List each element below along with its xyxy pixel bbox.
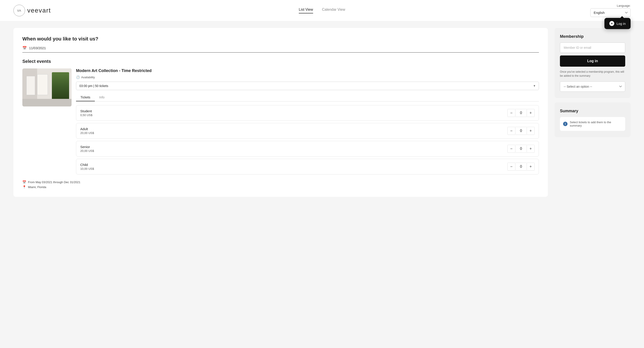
event-title: Modern Art Collection - Time Restricted [76,68,539,73]
ticket-info-student: Student 0,50 US$ [80,109,92,117]
login-button[interactable]: Log in [560,56,625,67]
ticket-row: Senior 20,00 US$ − 0 + [76,141,539,156]
clock-icon: 🕐 [76,75,80,79]
ticket-price-senior: 20,00 US$ [80,149,94,152]
language-section: Language: English Spanish French German [590,4,630,17]
event-date-range-row: 📅 From May 03/2021 through Dec 31/2021 [22,180,539,184]
logo-area: VA veevart [14,5,51,16]
ticket-counter-child: − 0 + [507,162,535,171]
decrement-senior-button[interactable]: − [507,145,516,153]
language-select[interactable]: English Spanish French German [590,8,630,17]
ticket-row: Adult 20,00 US$ − 0 + [76,123,539,139]
ticket-type-senior: Senior [80,145,94,149]
main-content: When would you like to visit us? 📅 11/03… [0,21,644,204]
summary-empty: i Select tickets to add them to the summ… [560,117,625,131]
ticket-price-student: 0,50 US$ [80,114,92,117]
decrement-student-button[interactable]: − [507,109,516,117]
availability-row: 🕐 Availability [76,75,539,79]
availability-label: Availability [81,76,95,79]
ticket-type-child: Child [80,163,94,166]
time-select[interactable]: 03:00 pm | 50 tickets 04:00 pm | 30 tick… [76,82,539,90]
membership-note: Once you've selected a membership progra… [560,70,625,78]
event-card: Modern Art Collection - Time Restricted … [22,68,539,177]
decrement-child-button[interactable]: − [507,162,516,171]
event-date-range: From May 03/2021 through Dec 31/2021 [28,180,80,184]
sub-tabs: Tickets Info [76,94,539,102]
event-location: Miami, Florida [28,186,46,189]
event-image [22,68,72,106]
tab-calendar-view[interactable]: Calendar View [322,8,345,14]
date-field: 📅 11/03/2021 [22,46,539,50]
info-icon: i [563,122,568,126]
ticket-price-child: 10,00 US$ [80,167,94,170]
tab-list-view[interactable]: List View [299,8,313,14]
login-tooltip-text: Log in [616,22,626,26]
event-meta: 📅 From May 03/2021 through Dec 31/2021 📍… [22,180,539,189]
tab-tickets[interactable]: Tickets [76,94,95,101]
time-select-wrapper: 03:00 pm | 50 tickets 04:00 pm | 30 tick… [76,82,539,90]
left-panel: When would you like to visit us? 📅 11/03… [14,28,548,197]
close-tooltip-button[interactable]: × [609,21,614,26]
ticket-info-adult: Adult 20,00 US$ [80,127,94,135]
ticket-type-adult: Adult [80,127,94,131]
increment-senior-button[interactable]: + [526,145,535,153]
visit-title: When would you like to visit us? [22,36,539,42]
tab-info[interactable]: Info [95,94,109,101]
counter-value-senior: 0 [516,145,526,153]
counter-value-adult: 0 [516,127,526,135]
event-location-row: 📍 Miami, Florida [22,185,539,189]
member-id-input[interactable] [560,42,625,53]
event-details: Modern Art Collection - Time Restricted … [76,68,539,177]
membership-title: Membership [560,34,625,39]
language-label: Language: [617,4,630,8]
ticket-type-student: Student [80,109,92,113]
date-underline [22,52,539,52]
ticket-info-child: Child 10,00 US$ [80,163,94,170]
ticket-price-adult: 20,00 US$ [80,131,94,135]
increment-adult-button[interactable]: + [526,127,535,135]
counter-value-student: 0 [516,109,526,117]
ticket-counter-senior: − 0 + [507,145,535,153]
ticket-info-senior: Senior 20,00 US$ [80,145,94,152]
decrement-adult-button[interactable]: − [507,127,516,135]
ticket-row: Student 0,50 US$ − 0 + [76,105,539,121]
logo-icon: VA [14,5,25,16]
select-events-title: Select events [22,59,539,64]
login-tooltip: × Log in [604,18,630,29]
summary-empty-message: Select tickets to add them to the summar… [570,120,622,127]
summary-section: Summary i Select tickets to add them to … [554,102,630,137]
calendar-range-icon: 📅 [22,180,26,184]
ticket-counter-student: − 0 + [507,109,535,117]
location-icon: 📍 [22,185,26,189]
summary-title: Summary [560,109,625,114]
ticket-counter-adult: − 0 + [507,127,535,135]
calendar-icon: 📅 [22,46,27,50]
header: VA veevart List View Calendar View Langu… [0,0,644,21]
ticket-list: Student 0,50 US$ − 0 + Adult 20,00 US$ [76,105,539,174]
ticket-row: Child 10,00 US$ − 0 + [76,159,539,174]
increment-student-button[interactable]: + [526,109,535,117]
logo-text: veevart [27,7,51,14]
date-value: 11/03/2021 [29,46,46,50]
right-panel: Membership Log in Once you've selected a… [554,28,630,197]
membership-program-select[interactable]: -- Select an option -- [560,82,625,92]
nav-tabs: List View Calendar View [299,8,345,14]
increment-child-button[interactable]: + [526,162,535,171]
counter-value-child: 0 [516,162,526,171]
membership-section: Membership Log in Once you've selected a… [554,28,630,98]
